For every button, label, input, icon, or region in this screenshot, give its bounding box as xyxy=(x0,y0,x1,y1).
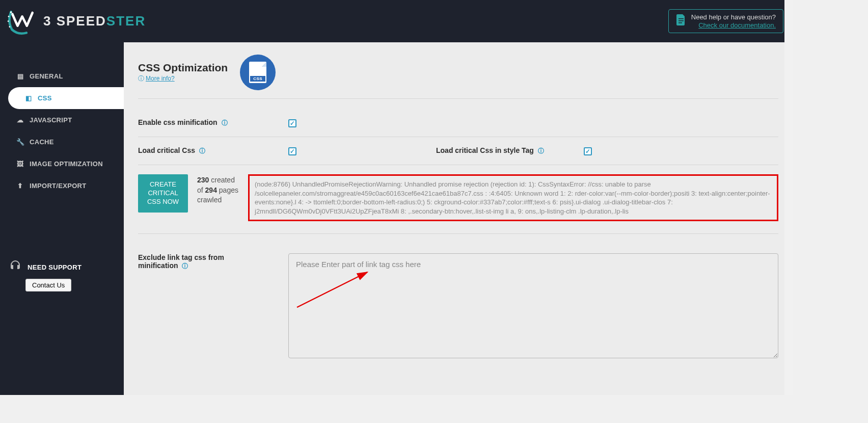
sidebar-item-label: IMPORT/EXPORT xyxy=(30,182,87,190)
layers-icon: ◧ xyxy=(24,94,33,102)
exclude-textarea[interactable] xyxy=(288,253,778,358)
logo-text-w3: 3 xyxy=(43,13,57,29)
sidebar-item-cache[interactable]: 🔧 CACHE xyxy=(0,131,124,153)
upload-icon: ⬆ xyxy=(16,182,24,190)
document-icon xyxy=(676,14,686,28)
setting-row-load-critical: Load critical Css ⓘ ✓ Load critical Css … xyxy=(138,137,778,165)
svg-point-1 xyxy=(8,16,10,17)
sidebar-item-css[interactable]: ◧ CSS xyxy=(8,87,124,109)
sidebar-item-image-optimization[interactable]: 🖼 IMAGE OPTIMIZATION xyxy=(0,153,124,175)
info-icon[interactable]: ⓘ xyxy=(199,147,205,154)
cloud-icon: ☁ xyxy=(16,116,24,124)
setting-row-enable-minification: Enable css minification ⓘ ✓ xyxy=(138,109,778,137)
create-critical-css-button[interactable]: CREATE CRITICAL CSS NOW xyxy=(138,174,188,213)
page-title: CSS Optimization xyxy=(138,62,228,74)
checkbox-load-critical[interactable]: ✓ xyxy=(288,147,296,155)
logo: 3 SPEEDSTER xyxy=(6,7,146,35)
svg-point-3 xyxy=(9,26,10,28)
scrollbar[interactable] xyxy=(784,0,793,395)
setting-label: Load critical Css ⓘ xyxy=(138,146,288,155)
sidebar-item-general[interactable]: ▤ GENERAL xyxy=(0,65,124,87)
sidebar-item-label: CSS xyxy=(38,94,52,102)
info-icon[interactable]: ⓘ xyxy=(538,147,544,154)
checkbox-load-critical-style[interactable]: ✓ xyxy=(584,147,592,155)
sidebar-item-label: IMAGE OPTIMIZATION xyxy=(30,160,103,168)
support-box: NEED SUPPORT Contact Us xyxy=(0,253,124,299)
help-text-block: Need help or have question? Check our do… xyxy=(691,13,776,29)
section-header: CSS Optimization ⓘMore info? CSS xyxy=(138,55,778,99)
sidebar-item-import-export[interactable]: ⬆ IMPORT/EXPORT xyxy=(0,175,124,197)
sidebar-item-label: GENERAL xyxy=(30,72,63,80)
wrench-icon: 🔧 xyxy=(16,138,24,146)
contact-us-button[interactable]: Contact Us xyxy=(25,279,71,292)
help-question: Need help or have question? xyxy=(691,13,776,21)
logo-text-speed: SPEED xyxy=(57,13,106,29)
exclude-label: Exclude link tag css from minification ⓘ xyxy=(138,253,258,271)
app-header: 3 SPEEDSTER Need help or have question? … xyxy=(0,0,793,42)
setting-label: Load critical Css in style Tag ⓘ xyxy=(436,146,584,155)
document-icon: ▤ xyxy=(16,72,24,80)
help-doc-link[interactable]: Check our documentation. xyxy=(698,21,776,29)
sidebar: ▤ GENERAL ◧ CSS ☁ JAVASCRIPT 🔧 CACHE 🖼 I… xyxy=(0,42,124,395)
sidebar-item-label: CACHE xyxy=(30,138,54,146)
svg-point-2 xyxy=(8,20,9,22)
main-panel: CSS Optimization ⓘMore info? CSS Enable … xyxy=(124,42,793,395)
sidebar-item-javascript[interactable]: ☁ JAVASCRIPT xyxy=(0,109,124,131)
logo-text-ster: STER xyxy=(106,13,146,29)
info-icon[interactable]: ⓘ xyxy=(222,119,228,126)
image-icon: 🖼 xyxy=(16,160,24,168)
critical-css-error: (node:8766) UnhandledPromiseRejectionWar… xyxy=(248,174,778,221)
support-title: NEED SUPPORT xyxy=(28,263,82,271)
checkbox-enable-minification[interactable]: ✓ xyxy=(288,119,296,127)
headphone-icon xyxy=(9,259,21,275)
css-badge-label: CSS xyxy=(250,76,265,82)
more-info-link[interactable]: More info? xyxy=(146,75,175,82)
crawl-stats: 230 created of 294 pages crawled xyxy=(197,174,239,205)
help-box[interactable]: Need help or have question? Check our do… xyxy=(668,9,783,33)
info-icon[interactable]: ⓘ xyxy=(182,262,188,270)
info-icon: ⓘ xyxy=(138,75,144,82)
css-badge: CSS xyxy=(240,55,276,90)
logo-mark xyxy=(6,7,39,35)
setting-label: Enable css minification ⓘ xyxy=(138,118,288,127)
exclude-row: Exclude link tag css from minification ⓘ xyxy=(138,234,778,358)
logo-text: 3 SPEEDSTER xyxy=(43,13,146,29)
sidebar-item-label: JAVASCRIPT xyxy=(30,116,72,124)
critical-css-row: CREATE CRITICAL CSS NOW 230 created of 2… xyxy=(138,165,778,234)
svg-point-0 xyxy=(10,11,12,13)
